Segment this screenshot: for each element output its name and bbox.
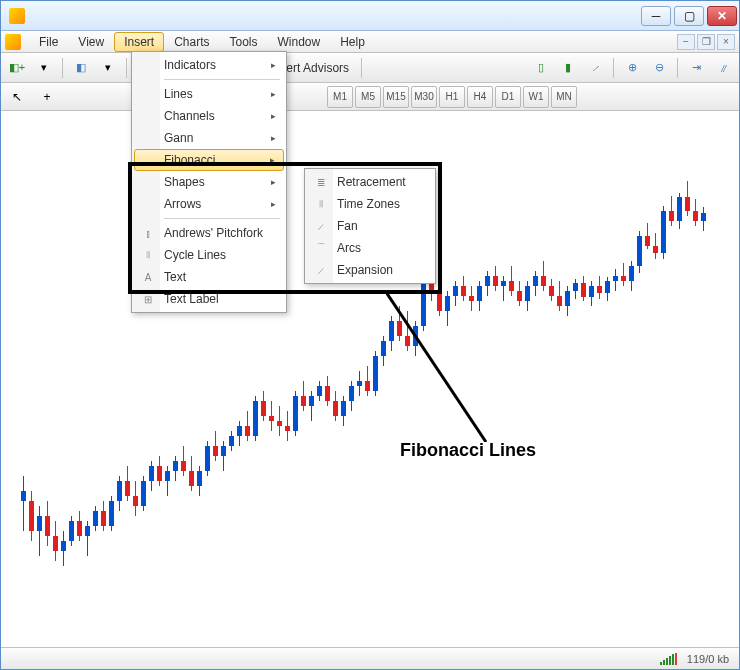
svg-rect-93 (389, 321, 394, 341)
toolbar-main: ◧+ ▾ ◧ ▾ ⬚ w Order ◆ ⬤ Expert Advisors ▯… (1, 53, 739, 83)
svg-rect-67 (285, 426, 290, 431)
timeframe-m30[interactable]: M30 (411, 86, 437, 108)
svg-rect-17 (85, 526, 90, 536)
svg-rect-21 (101, 511, 106, 526)
svg-rect-137 (565, 291, 570, 306)
minimize-button[interactable]: ─ (641, 6, 671, 26)
new-chart-button[interactable]: ◧+ (5, 56, 29, 80)
separator (62, 58, 63, 78)
menu-channels[interactable]: Channels▸ (134, 105, 284, 127)
menu-indicators[interactable]: Indicators▸ (134, 54, 284, 76)
menu-text[interactable]: AText (134, 266, 284, 288)
menubar: FileViewInsertChartsToolsWindowHelp − ❐ … (1, 31, 739, 53)
app-window: ─ ▢ ✕ FileViewInsertChartsToolsWindowHel… (0, 0, 740, 670)
menu-window[interactable]: Window (268, 32, 331, 52)
submenu-timezones[interactable]: ⦀Time Zones (307, 193, 433, 215)
svg-rect-117 (485, 276, 490, 286)
svg-rect-131 (541, 276, 546, 286)
menu-tools[interactable]: Tools (220, 32, 268, 52)
chevron-right-icon: ▸ (271, 177, 276, 187)
svg-rect-9 (53, 536, 58, 551)
menu-view[interactable]: View (68, 32, 114, 52)
mdi-close-button[interactable]: × (717, 34, 735, 50)
separator (677, 58, 678, 78)
svg-rect-25 (117, 481, 122, 501)
svg-rect-127 (525, 286, 530, 301)
svg-rect-143 (589, 286, 594, 297)
svg-rect-53 (229, 436, 234, 446)
auto-scroll-button[interactable]: ⇥ (684, 56, 708, 80)
retracement-icon: ≣ (313, 174, 329, 190)
submenu-fan[interactable]: ⟋Fan (307, 215, 433, 237)
mdi-minimize-button[interactable]: − (677, 34, 695, 50)
timeframe-m1[interactable]: M1 (327, 86, 353, 108)
zoom-out-button[interactable]: ⊖ (647, 56, 671, 80)
menu-shapes[interactable]: Shapes▸ (134, 171, 284, 193)
svg-rect-61 (261, 401, 266, 416)
titlebar: ─ ▢ ✕ (1, 1, 739, 31)
svg-rect-151 (621, 276, 626, 281)
bar-chart-button[interactable]: ▯ (529, 56, 553, 80)
svg-rect-141 (581, 283, 586, 297)
zoom-in-button[interactable]: ⊕ (620, 56, 644, 80)
menu-gann[interactable]: Gann▸ (134, 127, 284, 149)
svg-rect-33 (149, 466, 154, 481)
maximize-button[interactable]: ▢ (674, 6, 704, 26)
svg-rect-27 (125, 481, 130, 496)
fibonacci-submenu: ≣Retracement ⦀Time Zones ⟋Fan ⌒Arcs ⟋Exp… (304, 168, 436, 284)
app-icon (9, 8, 25, 24)
cursor-button[interactable]: ↖ (5, 85, 29, 109)
svg-rect-75 (317, 386, 322, 396)
svg-rect-89 (373, 356, 378, 391)
svg-rect-121 (501, 281, 506, 286)
svg-rect-155 (637, 236, 642, 266)
menu-help[interactable]: Help (330, 32, 375, 52)
menu-lines[interactable]: Lines▸ (134, 83, 284, 105)
menu-cycle-lines[interactable]: ⦀Cycle Lines (134, 244, 284, 266)
svg-rect-161 (661, 211, 666, 253)
menu-charts[interactable]: Charts (164, 32, 219, 52)
menu-andrews-pitchfork[interactable]: ⫿Andrews' Pitchfork (134, 222, 284, 244)
svg-rect-145 (597, 286, 602, 293)
timeframe-h1[interactable]: H1 (439, 86, 465, 108)
menu-file[interactable]: File (29, 32, 68, 52)
crosshair-button[interactable]: + (35, 85, 59, 109)
svg-rect-83 (349, 386, 354, 401)
close-button[interactable]: ✕ (707, 6, 737, 26)
profile-dropdown-icon[interactable]: ▾ (96, 56, 120, 80)
chevron-right-icon: ▸ (271, 111, 276, 121)
candle-chart-button[interactable]: ▮ (556, 56, 580, 80)
chevron-right-icon: ▸ (270, 155, 275, 165)
svg-rect-39 (173, 461, 178, 471)
svg-rect-19 (93, 511, 98, 526)
svg-rect-73 (309, 396, 314, 406)
profile-button[interactable]: ◧ (69, 56, 93, 80)
connection-status: 119/0 kb (687, 653, 729, 665)
timeframe-m5[interactable]: M5 (355, 86, 381, 108)
mdi-restore-button[interactable]: ❐ (697, 34, 715, 50)
timeframe-h4[interactable]: H4 (467, 86, 493, 108)
svg-rect-11 (61, 541, 66, 551)
menu-insert[interactable]: Insert (114, 32, 164, 52)
timeframe-d1[interactable]: D1 (495, 86, 521, 108)
line-chart-button[interactable]: ⟋ (583, 56, 607, 80)
svg-rect-7 (45, 516, 50, 536)
submenu-expansion[interactable]: ⟋Expansion (307, 259, 433, 281)
submenu-retracement[interactable]: ≣Retracement (307, 171, 433, 193)
menu-text-label[interactable]: ⊞Text Label (134, 288, 284, 310)
menu-fibonacci[interactable]: Fibonacci▸ (134, 149, 284, 171)
fan-icon: ⟋ (313, 218, 329, 234)
chart-dropdown-icon[interactable]: ▾ (32, 56, 56, 80)
menu-arrows[interactable]: Arrows▸ (134, 193, 284, 215)
svg-rect-5 (37, 516, 42, 531)
timeframe-w1[interactable]: W1 (523, 86, 549, 108)
chevron-right-icon: ▸ (271, 89, 276, 99)
text-label-icon: ⊞ (140, 291, 156, 307)
svg-rect-129 (533, 276, 538, 286)
timeframe-m15[interactable]: M15 (383, 86, 409, 108)
chart-shift-button[interactable]: ⫽ (711, 56, 735, 80)
svg-rect-49 (213, 446, 218, 456)
submenu-arcs[interactable]: ⌒Arcs (307, 237, 433, 259)
timeframe-mn[interactable]: MN (551, 86, 577, 108)
svg-rect-81 (341, 401, 346, 416)
